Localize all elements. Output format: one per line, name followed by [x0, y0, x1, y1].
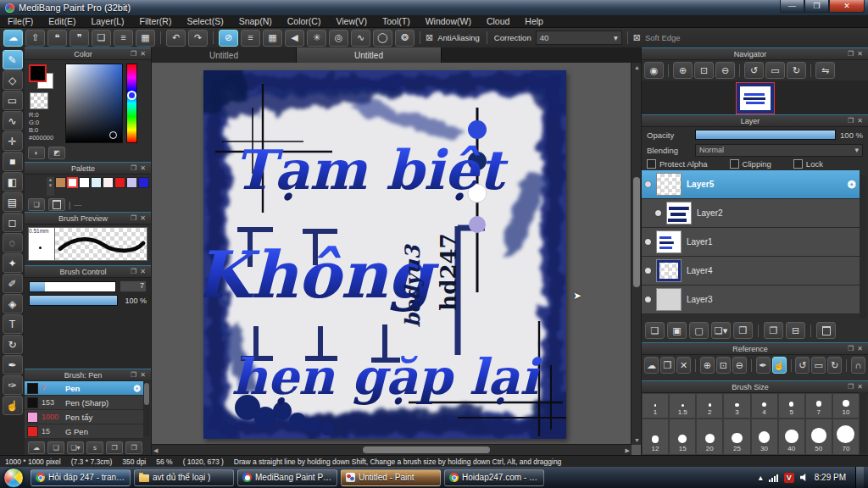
zoom-in-icon[interactable]: ⊕	[700, 357, 715, 374]
operation-tool[interactable]: ↻	[3, 335, 23, 354]
protect-alpha-checkbox[interactable]	[647, 159, 656, 169]
navigator-thumbnail[interactable]	[736, 82, 775, 114]
taskbar-item[interactable]: MediBang Paint Pro ...	[237, 469, 337, 486]
duplicate-layer-button[interactable]: ❐	[764, 322, 783, 339]
taskbar-item[interactable]: Untitled - Paint	[341, 469, 441, 486]
brush-size-option[interactable]: 1.5	[669, 393, 696, 419]
brush-size-value[interactable]: 7	[120, 280, 147, 292]
menu-snap[interactable]: Snap(N)	[231, 16, 280, 26]
new-layer-button[interactable]: ❏	[645, 322, 665, 339]
gradient-tool[interactable]: ▤	[3, 192, 23, 212]
brush-size-option[interactable]: 30	[751, 419, 778, 455]
soft-edge-checkbox[interactable]: ⊠	[633, 32, 641, 43]
clipping-checkbox[interactable]	[730, 159, 739, 169]
palette-swatch[interactable]	[138, 177, 149, 188]
layer-visibility-icon[interactable]	[645, 181, 651, 187]
scroll-left-icon[interactable]: ◀	[153, 447, 158, 454]
brush-row[interactable]: 15G Pen	[25, 424, 143, 439]
popout-icon[interactable]: ❐	[129, 214, 138, 222]
popout-icon[interactable]: ❐	[129, 371, 138, 379]
eyedropper-tool[interactable]: ✒	[3, 355, 23, 374]
start-button[interactable]	[3, 468, 24, 488]
brush-size-option[interactable]: 70	[832, 419, 860, 455]
add-layer-menu-button[interactable]: ❏▾	[711, 322, 731, 339]
show-desktop-button[interactable]	[855, 467, 864, 488]
rotate-right-icon[interactable]: ↻	[827, 357, 842, 374]
brush-size-option[interactable]: 25	[723, 419, 750, 455]
gear-icon[interactable]: ❂	[134, 384, 141, 393]
brush-size-option[interactable]: 15	[669, 419, 696, 455]
zoom-in-icon[interactable]: ⊕	[673, 62, 693, 79]
brush-size-option[interactable]: 7	[805, 393, 832, 419]
palette-swatch[interactable]	[91, 177, 102, 188]
fit-screen-icon[interactable]: ⊡	[716, 357, 731, 374]
palette-scrollbar[interactable]: ▲▼	[47, 177, 54, 196]
menu-color[interactable]: Color(C)	[280, 16, 329, 26]
magic-wand-tool[interactable]: ✦	[3, 253, 23, 273]
volume-icon[interactable]	[800, 474, 809, 482]
palette-swatch[interactable]	[126, 177, 137, 188]
menu-select[interactable]: Select(S)	[179, 16, 231, 26]
popout-icon[interactable]: ❐	[129, 268, 138, 275]
layer-visibility-icon[interactable]	[645, 268, 651, 274]
snap-radial-icon[interactable]: ✳	[307, 30, 326, 47]
scroll-down-icon[interactable]: ▼	[634, 437, 640, 443]
close-icon[interactable]: ✕	[855, 117, 865, 125]
color-wheel-icon[interactable]: ◐	[28, 147, 45, 159]
comment-icon[interactable]: ❝	[47, 30, 67, 47]
menu-view[interactable]: View(V)	[328, 16, 375, 26]
canvas[interactable]: Tạm biệt Không hẹn gặp lại bedyu3 hd247	[203, 70, 566, 439]
palette-swatch[interactable]	[79, 177, 90, 188]
script-brush-button[interactable]: s	[86, 441, 103, 454]
snap-off-icon[interactable]: ⊘	[219, 30, 238, 47]
brush-size-option[interactable]: 2	[696, 393, 723, 419]
brush-size-option[interactable]: 50	[805, 419, 832, 455]
color-gradient-square[interactable]	[65, 64, 123, 143]
close-icon[interactable]: ✕	[138, 50, 147, 58]
redo-icon[interactable]: ↷	[188, 30, 208, 47]
fill-rect-tool[interactable]: ■	[3, 152, 23, 171]
correction-dropdown[interactable]: 40 ▾	[536, 30, 622, 45]
palette-swatch[interactable]	[103, 177, 114, 188]
brush-size-option[interactable]: 5	[778, 393, 805, 419]
menu-edit[interactable]: Edit(E)	[41, 16, 83, 26]
brush-size-slider[interactable]	[29, 281, 116, 292]
brush-opacity-slider[interactable]	[29, 295, 118, 306]
brush-size-option[interactable]: 10	[832, 393, 860, 419]
layer-opacity-slider[interactable]	[695, 130, 836, 140]
minimize-button[interactable]: —	[780, 0, 804, 13]
palette-swatch[interactable]	[55, 177, 66, 188]
layer-scrollbar[interactable]	[860, 175, 867, 319]
brush-folder-icon[interactable]: ❒	[106, 441, 123, 454]
palette-swatch[interactable]	[67, 177, 78, 188]
taskbar-item[interactable]: Hoidap247.com - Hỏ...	[444, 469, 544, 486]
brush-size-option[interactable]: 40	[778, 419, 805, 455]
popout-icon[interactable]: ❐	[846, 383, 855, 391]
snap-vanishing-icon[interactable]: ◀	[285, 30, 304, 47]
merge-layer-button[interactable]: ⊟	[786, 322, 805, 339]
brush-tool[interactable]: ✎	[3, 50, 23, 69]
layer-row[interactable]: Layer2	[642, 199, 860, 228]
palette-swatch[interactable]	[114, 177, 125, 188]
upload-icon[interactable]: ⇧	[25, 30, 45, 47]
network-icon[interactable]	[769, 474, 778, 482]
close-icon[interactable]: ✕	[855, 50, 865, 58]
popout-icon[interactable]: ❐	[846, 50, 855, 58]
restore-button[interactable]: ❐	[804, 0, 829, 13]
brush-size-option[interactable]: 3	[723, 393, 750, 419]
duplicate-brush-button[interactable]: ❐	[125, 441, 142, 454]
rotate-reset-icon[interactable]: ▭	[811, 357, 826, 374]
menu-filter[interactable]: Filter(R)	[132, 16, 180, 26]
menu-help[interactable]: Help	[517, 16, 551, 26]
text-tool[interactable]: T	[3, 314, 23, 334]
select-eraser-tool[interactable]: ◈	[3, 294, 23, 313]
chat-icon[interactable]: ❞	[70, 30, 89, 47]
add-palette-color-button[interactable]: ❏	[28, 198, 45, 211]
snap-concentric-icon[interactable]: ◎	[329, 30, 348, 47]
layer-folder-button[interactable]: ❒	[733, 322, 753, 339]
reference-close-icon[interactable]: ✕	[676, 357, 691, 374]
rotate-left-icon[interactable]: ↺	[795, 357, 810, 374]
close-icon[interactable]: ✕	[138, 371, 147, 379]
popout-icon[interactable]: ❐	[846, 345, 855, 352]
taskbar-item[interactable]: avt dủ thể loại )	[134, 469, 234, 486]
